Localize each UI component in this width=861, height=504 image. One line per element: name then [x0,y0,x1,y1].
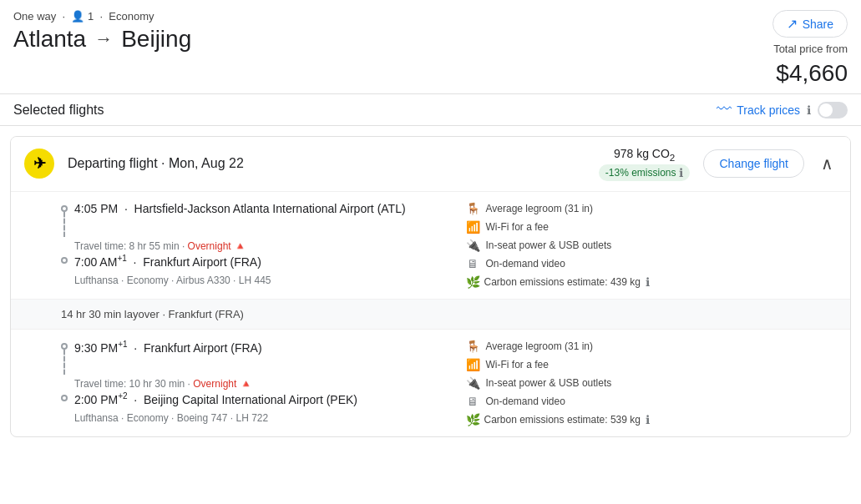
wifi-icon: 📶 [466,220,479,234]
arrival-superscript-1: +1 [117,254,126,263]
arrival-info-1: 7:00 AM+1 · Frankfurt Airport (FRA) [74,254,261,269]
carbon-icon-1: 🌿 [466,275,479,289]
selected-flights-label: Selected flights [13,103,104,118]
arrival-time-1: 7:00 AM [74,255,117,268]
flight-card-header: ✈ Departing flight · Mon, Aug 22 978 kg … [11,137,850,191]
airline-logo: ✈ [24,149,54,179]
carbon-info-icon-2[interactable]: ℹ [646,413,650,426]
carbon-icon-2: 🌿 [466,413,479,426]
flight-segment-2: 9:30 PM+1 · Frankfurt Airport (FRA) Trav… [11,329,850,436]
top-right: ↗ Share Total price from $4,660 [772,10,848,87]
passengers-icon: 👤 [71,10,84,23]
amenity-video-1: 🖥 On-demand video [466,257,838,270]
stop-indicator-arrival-2 [61,391,68,401]
arrival-row-1: 7:00 AM+1 · Frankfurt Airport (FRA) [61,254,449,269]
arrival-time-2: 2:00 PM [74,392,118,406]
route-arrow: → [94,28,113,50]
amenity-power-2: 🔌 In-seat power & USB outlets [466,376,838,390]
carbon-text-1: Carbon emissions estimate: 439 kg [484,276,641,288]
overnight-1: Overnight [188,240,231,252]
share-label: Share [803,18,833,31]
departure-info-2: 9:30 PM+1 · Frankfurt Airport (FRA) [74,340,262,355]
emissions-info: 978 kg CO2 -13% emissions ℹ [599,147,691,181]
departure-time-2: 9:30 PM [74,340,118,354]
arrival-dot [61,257,68,264]
amenity-video-2: 🖥 On-demand video [466,395,838,408]
flight-segment-1: 4:05 PM · Hartsfield-Jackson Atlanta Int… [11,191,850,299]
travel-time-2: Travel time: 10 hr 30 min · Overnight 🔺 [74,378,449,390]
video-icon-2: 🖥 [466,395,479,408]
carbon-row-1: 🌿 Carbon emissions estimate: 439 kg ℹ [466,275,838,289]
amenity-legroom-text-2: Average legroom (31 in) [486,340,594,352]
arrival-row-2: 2:00 PM+2 · Beijing Capital Internationa… [61,391,449,406]
arrival-info-2: 2:00 PM+2 · Beijing Capital Internationa… [74,391,357,406]
amenity-power-1: 🔌 In-seat power & USB outlets [466,239,838,252]
departure-time-1: 4:05 PM [74,202,118,215]
track-prices-button[interactable]: 〰 Track prices [717,101,800,118]
origin-city: Atlanta [13,26,86,53]
departure-superscript-2: +1 [118,340,127,349]
arrival-dot-2 [61,395,68,401]
price-value: $4,660 [776,60,848,87]
departure-info-1: 4:05 PM · Hartsfield-Jackson Atlanta Int… [74,202,406,215]
video-icon: 🖥 [466,257,479,270]
price-label: Total price from [773,43,848,55]
passengers: 1 [88,10,94,23]
segment-1-left: 4:05 PM · Hartsfield-Jackson Atlanta Int… [61,202,449,289]
flight-card: ✈ Departing flight · Mon, Aug 22 978 kg … [10,136,851,437]
share-icon: ↗ [787,16,798,32]
power-icon-2: 🔌 [466,376,479,390]
amenity-power-text-1: In-seat power & USB outlets [486,239,612,251]
cabin-class: Economy [109,10,154,23]
carbon-text-2: Carbon emissions estimate: 539 kg [484,414,641,426]
segment-2-left: 9:30 PM+1 · Frankfurt Airport (FRA) Trav… [61,340,449,426]
amenity-legroom-2: 🪑 Average legroom (31 in) [466,340,838,353]
departure-airport-2: Frankfurt Airport (FRA) [144,340,262,354]
emissions-info-icon[interactable]: ℹ [679,166,683,179]
amenity-wifi-text-1: Wi-Fi for a fee [486,221,549,233]
track-icon: 〰 [717,101,732,118]
trip-meta: One way · 👤 1 · Economy [13,10,191,23]
amenity-video-text-1: On-demand video [486,258,565,270]
amenity-wifi-2: 📶 Wi-Fi for a fee [466,358,838,371]
stop-indicator-arrival-1 [61,254,68,264]
track-prices-info-icon[interactable]: ℹ [807,103,811,117]
stop-indicator-1 [61,202,68,237]
amenity-video-text-2: On-demand video [486,396,565,407]
amenity-legroom-text-1: Average legroom (31 in) [486,203,594,214]
departure-airport-1: Hartsfield-Jackson Atlanta International… [134,202,406,215]
stop-indicator-2 [61,340,68,375]
amenity-power-text-2: In-seat power & USB outlets [486,377,612,389]
arrival-airport-1: Frankfurt Airport (FRA) [143,255,261,268]
stop-line [63,212,65,237]
departure-row-2: 9:30 PM+1 · Frankfurt Airport (FRA) [61,340,449,375]
track-prices-section: 〰 Track prices ℹ [717,101,848,118]
carbon-info-icon-1[interactable]: ℹ [646,275,650,289]
flight-details-2: Lufthansa · Economy · Boeing 747 · LH 72… [74,412,449,424]
flight-details-1: Lufthansa · Economy · Airbus A330 · LH 4… [74,275,449,286]
change-flight-button[interactable]: Change flight [703,149,804,178]
departure-dot [61,205,68,212]
departure-dot-2 [61,343,68,350]
track-prices-toggle[interactable] [818,102,848,118]
wifi-icon-2: 📶 [466,358,479,371]
arrival-airport-2: Beijing Capital International Airport (P… [144,392,357,406]
emissions-badge: -13% emissions ℹ [599,164,691,181]
legroom-icon: 🪑 [466,202,479,215]
track-prices-label: Track prices [737,103,800,117]
segment-2-right: 🪑 Average legroom (31 in) 📶 Wi-Fi for a … [449,340,838,426]
share-button[interactable]: ↗ Share [772,10,848,38]
stop-line-2 [63,350,65,375]
departure-row-1: 4:05 PM · Hartsfield-Jackson Atlanta Int… [61,202,449,237]
trip-type: One way [13,10,56,23]
emissions-value: 978 kg CO2 [599,147,691,163]
layover-text: 14 hr 30 min layover · Frankfurt (FRA) [61,308,244,320]
warning-icon-1: 🔺 [234,240,246,252]
destination-city: Beijing [121,26,191,53]
collapse-button[interactable]: ∧ [818,150,837,177]
layover-bar: 14 hr 30 min layover · Frankfurt (FRA) [11,299,850,329]
power-icon: 🔌 [466,239,479,252]
co2-subscript: 2 [670,152,675,163]
selected-flights-bar: Selected flights 〰 Track prices ℹ [0,93,861,126]
departing-flight-title: Departing flight · Mon, Aug 22 [68,156,585,171]
